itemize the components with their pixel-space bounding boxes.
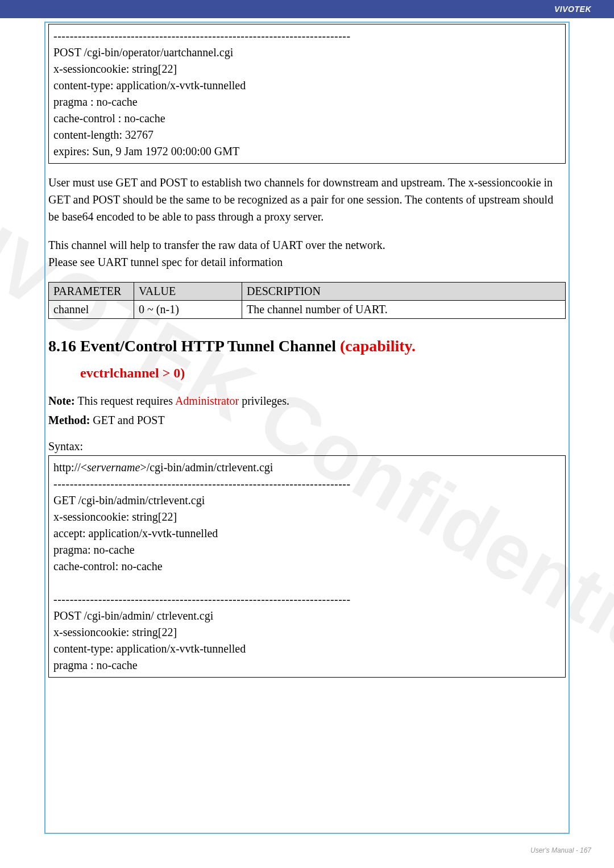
code-line: expires: Sun, 9 Jam 1972 00:00:00 GMT: [53, 143, 561, 160]
code-line: content-type: application/x-vvtk-tunnell…: [53, 77, 561, 94]
code-line: content-length: 32767: [53, 127, 561, 143]
code-line: content-type: application/x-vvtk-tunnell…: [53, 641, 561, 657]
method-text: GET and POST: [90, 414, 164, 426]
code-line: cache-control : no-cache: [53, 110, 561, 127]
code-line: cache-control: no-cache: [53, 558, 561, 575]
code-block-post-uart: ----------------------------------------…: [48, 24, 566, 164]
method-label: Method:: [48, 414, 90, 426]
separator-line: ----------------------------------------…: [53, 591, 561, 608]
url-prefix: http://<: [53, 461, 87, 474]
code-line: GET /cgi-bin/admin/ctrlevent.cgi: [53, 492, 561, 509]
note-text-end: privileges.: [239, 394, 289, 407]
paragraph-session: User must use GET and POST to establish …: [48, 174, 566, 225]
page: VIVOTEK Confidential VIVOTEK -----------…: [0, 0, 614, 868]
code-line: pragma : no-cache: [53, 94, 561, 110]
code-line: pragma : no-cache: [53, 657, 561, 674]
paragraph-uart-info: This channel will help to transfer the r…: [48, 236, 566, 271]
code-line: x-sessioncookie: string[22]: [53, 509, 561, 525]
table-row: channel 0 ~ (n-1) The channel number of …: [49, 301, 566, 319]
footer-page-number: User's Manual - 167: [530, 846, 591, 854]
note-text: This request requires: [75, 394, 175, 407]
code-line-url: http://<servername>/cgi-bin/admin/ctrlev…: [53, 459, 561, 476]
code-line: x-sessioncookie: string[22]: [53, 61, 561, 77]
th-parameter: PARAMETER: [49, 283, 134, 301]
th-value: VALUE: [134, 283, 242, 301]
table-header-row: PARAMETER VALUE DESCRIPTION: [49, 283, 566, 301]
separator-line: ----------------------------------------…: [53, 476, 561, 492]
section-title-text: 8.16 Event/Control HTTP Tunnel Channel: [48, 337, 340, 355]
code-line: pragma: no-cache: [53, 542, 561, 558]
method-line: Method: GET and POST: [48, 412, 566, 429]
syntax-label: Syntax:: [48, 440, 566, 453]
content-area: ----------------------------------------…: [0, 18, 614, 678]
td-description: The channel number of UART.: [242, 301, 566, 319]
section-subheading: evctrlchannel > 0): [80, 366, 566, 381]
th-description: DESCRIPTION: [242, 283, 566, 301]
blank-line: [53, 575, 561, 591]
note-administrator: Administrator: [175, 394, 239, 407]
code-line: accept: application/x-vvtk-tunnelled: [53, 525, 561, 542]
para-line: This channel will help to transfer the r…: [48, 239, 385, 251]
section-capability-text: (capability.: [340, 337, 416, 355]
para-line: Please see UART tunnel spec for detail i…: [48, 256, 283, 268]
td-parameter: channel: [49, 301, 134, 319]
url-servername: servername: [87, 461, 140, 474]
code-line: POST /cgi-bin/operator/uartchannel.cgi: [53, 44, 561, 61]
separator-line: ----------------------------------------…: [53, 28, 561, 44]
brand-label: VIVOTEK: [554, 5, 591, 14]
header-band: VIVOTEK: [0, 0, 614, 18]
url-suffix: >/cgi-bin/admin/ctrlevent.cgi: [140, 461, 273, 474]
section-heading: 8.16 Event/Control HTTP Tunnel Channel (…: [48, 337, 566, 355]
code-line: x-sessioncookie: string[22]: [53, 624, 561, 641]
code-block-ctrlevent: http://<servername>/cgi-bin/admin/ctrlev…: [48, 455, 566, 678]
note-label: Note:: [48, 394, 75, 407]
note-line: Note: This request requires Administrato…: [48, 392, 566, 409]
td-value: 0 ~ (n-1): [134, 301, 242, 319]
parameter-table: PARAMETER VALUE DESCRIPTION channel 0 ~ …: [48, 282, 566, 319]
code-line: POST /cgi-bin/admin/ ctrlevent.cgi: [53, 608, 561, 624]
